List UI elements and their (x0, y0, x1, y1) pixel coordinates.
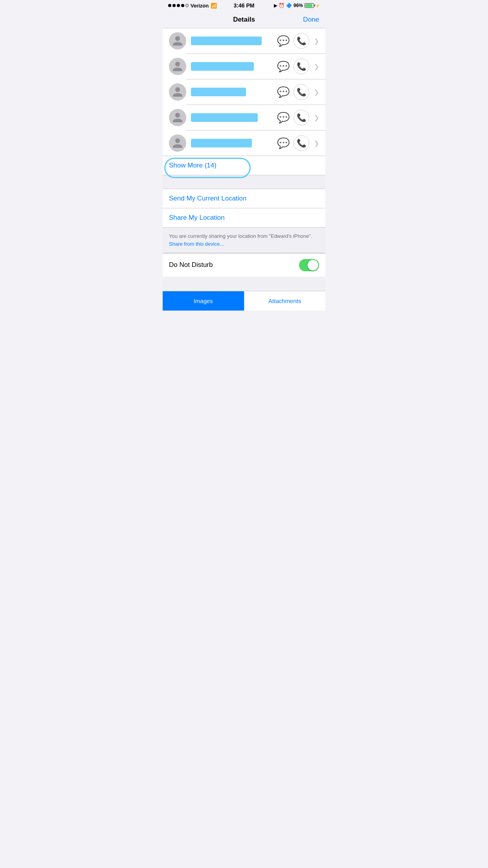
status-bar: Verizon 📶 3:46 PM ▶ ⏰ 🔷 96% ⚡ (163, 0, 325, 11)
chevron-icon: ❯ (314, 63, 319, 70)
contact-name-blur (191, 88, 246, 96)
signal-dot-2 (172, 4, 176, 7)
chevron-icon: ❯ (314, 114, 319, 121)
contact-actions: 💬 📞 ❯ (277, 33, 319, 49)
message-button[interactable]: 💬 (277, 112, 290, 124)
call-button[interactable]: 📞 (294, 33, 309, 49)
call-button[interactable]: 📞 (294, 135, 309, 151)
contact-name-blur (191, 37, 262, 45)
bottom-divider (163, 277, 325, 291)
charging-icon: ⚡ (315, 4, 320, 8)
contact-name-area (191, 139, 273, 147)
toggle-knob (308, 260, 318, 270)
call-button[interactable]: 📞 (294, 59, 309, 74)
carrier-label: Verizon (191, 3, 209, 9)
tab-images-label: Images (194, 298, 213, 304)
nav-header: Details Done (163, 11, 325, 28)
section-divider (163, 175, 325, 189)
status-right: ▶ ⏰ 🔷 96% ⚡ (274, 3, 320, 8)
done-button[interactable]: Done (303, 16, 319, 24)
contact-name-area (191, 62, 273, 71)
signal-dot-4 (181, 4, 184, 7)
battery: ⚡ (305, 3, 320, 8)
dnd-section: Do Not Disturb (163, 253, 325, 277)
bottom-tab-bar: Images Attachments (163, 291, 325, 311)
status-left: Verizon 📶 (168, 3, 217, 9)
contact-row[interactable]: 💬 📞 ❯ (163, 79, 325, 105)
contact-actions: 💬 📞 ❯ (277, 135, 319, 151)
contact-actions: 💬 📞 ❯ (277, 110, 319, 125)
signal-dot-3 (177, 4, 180, 7)
info-section: You are currently sharing your location … (163, 227, 325, 253)
alarm-icon: ⏰ (279, 3, 284, 8)
contact-actions: 💬 📞 ❯ (277, 59, 319, 74)
phone-icon: 📞 (297, 62, 306, 71)
phone-icon: 📞 (297, 87, 306, 97)
tab-images[interactable]: Images (163, 291, 244, 311)
signal-dot-1 (168, 4, 171, 7)
info-text: You are currently sharing your location … (169, 233, 312, 239)
message-button[interactable]: 💬 (277, 61, 290, 73)
contact-row[interactable]: 💬 📞 ❯ (163, 28, 325, 53)
message-button[interactable]: 💬 (277, 86, 290, 98)
contact-name-area (191, 113, 273, 122)
avatar (169, 134, 186, 152)
tab-attachments-label: Attachments (268, 298, 301, 304)
show-more-button[interactable]: Show More (14) (169, 162, 216, 169)
contact-name-area (191, 37, 273, 45)
contact-actions: 💬 📞 ❯ (277, 84, 319, 100)
contact-list: 💬 📞 ❯ 💬 📞 ❯ 💬 (163, 28, 325, 175)
chevron-icon: ❯ (314, 88, 319, 96)
chevron-icon: ❯ (314, 140, 319, 147)
contact-row[interactable]: 💬 📞 ❯ (163, 54, 325, 79)
signal-strength (168, 4, 189, 7)
avatar (169, 109, 186, 126)
dnd-label: Do Not Disturb (169, 261, 213, 269)
dnd-toggle[interactable] (299, 259, 319, 271)
contact-name-area (191, 88, 273, 96)
avatar (169, 83, 186, 101)
contact-name-blur (191, 139, 252, 147)
battery-percent: 96% (294, 3, 303, 8)
tab-attachments[interactable]: Attachments (244, 291, 326, 311)
phone-icon: 📞 (297, 113, 306, 122)
avatar (169, 58, 186, 75)
dnd-row: Do Not Disturb (163, 254, 325, 277)
contact-row[interactable]: 💬 📞 ❯ (163, 131, 325, 156)
phone-icon: 📞 (297, 36, 306, 46)
show-more-row[interactable]: Show More (14) (163, 156, 325, 175)
contact-name-blur (191, 113, 258, 122)
wifi-icon: 📶 (211, 3, 217, 9)
call-button[interactable]: 📞 (294, 110, 309, 125)
bluetooth-icon: 🔷 (286, 3, 292, 8)
contact-row[interactable]: 💬 📞 ❯ (163, 105, 325, 130)
location-icon: ▶ (274, 3, 277, 8)
signal-dot-5 (185, 4, 189, 7)
call-button[interactable]: 📞 (294, 84, 309, 100)
message-button[interactable]: 💬 (277, 35, 290, 47)
page-title: Details (233, 16, 255, 24)
avatar (169, 32, 186, 50)
status-time: 3:46 PM (234, 2, 255, 9)
chevron-icon: ❯ (314, 37, 319, 45)
action-section: Send My Current Location Share My Locati… (163, 189, 325, 227)
share-location-button[interactable]: Share My Location (163, 208, 325, 227)
contact-name-blur (191, 62, 254, 71)
send-location-button[interactable]: Send My Current Location (163, 189, 325, 208)
share-from-device-link[interactable]: Share from this device... (169, 241, 224, 247)
message-button[interactable]: 💬 (277, 137, 290, 149)
phone-icon: 📞 (297, 138, 306, 148)
